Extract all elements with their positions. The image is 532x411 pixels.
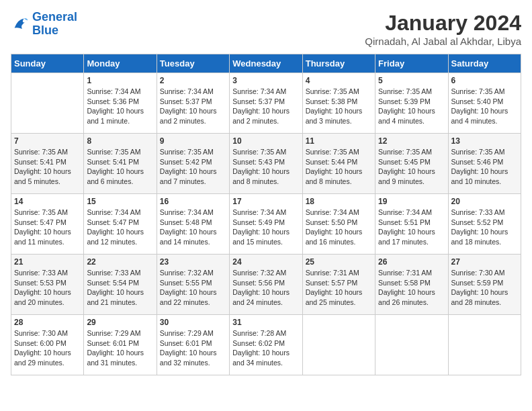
calendar-cell: 22Sunrise: 7:33 AMSunset: 5:54 PMDayligh… xyxy=(84,255,157,315)
day-number: 6 xyxy=(451,76,518,85)
day-number: 31 xyxy=(232,318,299,327)
day-info: Sunrise: 7:28 AMSunset: 6:02 PMDaylight:… xyxy=(232,328,299,368)
calendar-cell: 11Sunrise: 7:35 AMSunset: 5:44 PMDayligh… xyxy=(302,134,375,194)
day-info: Sunrise: 7:35 AMSunset: 5:46 PMDaylight:… xyxy=(451,147,518,187)
day-number: 22 xyxy=(87,257,153,267)
header-thursday: Thursday xyxy=(302,54,375,73)
day-info: Sunrise: 7:30 AMSunset: 5:59 PMDaylight:… xyxy=(451,268,518,308)
calendar-cell: 9Sunrise: 7:35 AMSunset: 5:42 PMDaylight… xyxy=(157,134,229,194)
day-number: 3 xyxy=(232,76,299,85)
month-year-title: January 2024 xyxy=(365,11,521,36)
calendar-week-row: 1Sunrise: 7:34 AMSunset: 5:36 PMDaylight… xyxy=(11,73,521,134)
day-info: Sunrise: 7:31 AMSunset: 5:57 PMDaylight:… xyxy=(306,268,372,308)
calendar-cell: 28Sunrise: 7:30 AMSunset: 6:00 PMDayligh… xyxy=(11,315,84,375)
calendar-table: SundayMondayTuesdayWednesdayThursdayFrid… xyxy=(11,54,521,375)
day-number: 24 xyxy=(232,257,299,267)
day-info: Sunrise: 7:33 AMSunset: 5:52 PMDaylight:… xyxy=(451,208,518,247)
day-info: Sunrise: 7:35 AMSunset: 5:39 PMDaylight:… xyxy=(378,87,445,126)
day-number: 12 xyxy=(378,136,445,146)
day-number: 29 xyxy=(87,318,153,327)
day-number: 23 xyxy=(160,257,226,267)
logo-text: General Blue xyxy=(32,11,77,38)
day-info: Sunrise: 7:35 AMSunset: 5:41 PMDaylight:… xyxy=(14,147,81,187)
calendar-cell: 29Sunrise: 7:29 AMSunset: 6:01 PMDayligh… xyxy=(84,315,157,375)
day-number: 28 xyxy=(14,318,81,327)
day-number: 20 xyxy=(451,197,518,206)
calendar-cell xyxy=(11,73,84,134)
calendar-header-row: SundayMondayTuesdayWednesdayThursdayFrid… xyxy=(11,54,521,73)
day-number: 8 xyxy=(87,136,153,146)
day-number: 17 xyxy=(232,197,299,206)
calendar-cell: 16Sunrise: 7:34 AMSunset: 5:48 PMDayligh… xyxy=(157,194,229,255)
day-info: Sunrise: 7:30 AMSunset: 6:00 PMDaylight:… xyxy=(14,328,81,368)
header-sunday: Sunday xyxy=(11,54,84,73)
header-monday: Monday xyxy=(84,54,157,73)
day-info: Sunrise: 7:35 AMSunset: 5:38 PMDaylight:… xyxy=(306,87,372,126)
calendar-week-row: 21Sunrise: 7:33 AMSunset: 5:53 PMDayligh… xyxy=(11,255,521,315)
day-number: 13 xyxy=(451,136,518,146)
location-subtitle: Qirnadah, Al Jabal al Akhdar, Libya xyxy=(365,36,521,47)
calendar-cell: 17Sunrise: 7:34 AMSunset: 5:49 PMDayligh… xyxy=(230,194,302,255)
header-tuesday: Tuesday xyxy=(157,54,229,73)
calendar-cell: 8Sunrise: 7:35 AMSunset: 5:41 PMDaylight… xyxy=(84,134,157,194)
day-number: 26 xyxy=(378,257,445,267)
calendar-cell: 21Sunrise: 7:33 AMSunset: 5:53 PMDayligh… xyxy=(11,255,84,315)
day-info: Sunrise: 7:34 AMSunset: 5:50 PMDaylight:… xyxy=(306,208,372,247)
calendar-cell: 31Sunrise: 7:28 AMSunset: 6:02 PMDayligh… xyxy=(230,315,302,375)
day-number: 30 xyxy=(160,318,226,327)
day-info: Sunrise: 7:34 AMSunset: 5:47 PMDaylight:… xyxy=(87,208,153,247)
calendar-cell: 13Sunrise: 7:35 AMSunset: 5:46 PMDayligh… xyxy=(448,134,521,194)
day-number: 11 xyxy=(306,136,372,146)
header-saturday: Saturday xyxy=(448,54,521,73)
calendar-cell: 26Sunrise: 7:31 AMSunset: 5:58 PMDayligh… xyxy=(375,255,448,315)
calendar-cell: 24Sunrise: 7:32 AMSunset: 5:56 PMDayligh… xyxy=(230,255,302,315)
day-info: Sunrise: 7:35 AMSunset: 5:45 PMDaylight:… xyxy=(378,147,445,187)
day-info: Sunrise: 7:33 AMSunset: 5:53 PMDaylight:… xyxy=(14,268,81,308)
day-info: Sunrise: 7:35 AMSunset: 5:40 PMDaylight:… xyxy=(451,87,518,126)
calendar-cell: 14Sunrise: 7:35 AMSunset: 5:47 PMDayligh… xyxy=(11,194,84,255)
calendar-cell: 1Sunrise: 7:34 AMSunset: 5:36 PMDaylight… xyxy=(84,73,157,134)
day-info: Sunrise: 7:35 AMSunset: 5:44 PMDaylight:… xyxy=(306,147,372,187)
header-wednesday: Wednesday xyxy=(230,54,302,73)
calendar-week-row: 14Sunrise: 7:35 AMSunset: 5:47 PMDayligh… xyxy=(11,194,521,255)
calendar-cell: 6Sunrise: 7:35 AMSunset: 5:40 PMDaylight… xyxy=(448,73,521,134)
day-number: 4 xyxy=(306,76,372,85)
day-number: 25 xyxy=(306,257,372,267)
calendar-cell xyxy=(302,315,375,375)
calendar-cell: 2Sunrise: 7:34 AMSunset: 5:37 PMDaylight… xyxy=(157,73,229,134)
day-number: 10 xyxy=(232,136,299,146)
calendar-cell: 30Sunrise: 7:29 AMSunset: 6:01 PMDayligh… xyxy=(157,315,229,375)
day-number: 21 xyxy=(14,257,81,267)
day-number: 1 xyxy=(87,76,153,85)
calendar-week-row: 7Sunrise: 7:35 AMSunset: 5:41 PMDaylight… xyxy=(11,134,521,194)
day-number: 14 xyxy=(14,197,81,206)
header-friday: Friday xyxy=(375,54,448,73)
day-number: 15 xyxy=(87,197,153,206)
day-number: 2 xyxy=(160,76,226,85)
calendar-cell: 4Sunrise: 7:35 AMSunset: 5:38 PMDaylight… xyxy=(302,73,375,134)
calendar-cell: 23Sunrise: 7:32 AMSunset: 5:55 PMDayligh… xyxy=(157,255,229,315)
calendar-cell: 12Sunrise: 7:35 AMSunset: 5:45 PMDayligh… xyxy=(375,134,448,194)
day-info: Sunrise: 7:34 AMSunset: 5:48 PMDaylight:… xyxy=(160,208,226,247)
calendar-cell: 18Sunrise: 7:34 AMSunset: 5:50 PMDayligh… xyxy=(302,194,375,255)
calendar-cell: 5Sunrise: 7:35 AMSunset: 5:39 PMDaylight… xyxy=(375,73,448,134)
day-info: Sunrise: 7:35 AMSunset: 5:43 PMDaylight:… xyxy=(232,147,299,187)
logo: General Blue xyxy=(11,11,77,38)
calendar-week-row: 28Sunrise: 7:30 AMSunset: 6:00 PMDayligh… xyxy=(11,315,521,375)
day-number: 27 xyxy=(451,257,518,267)
day-number: 9 xyxy=(160,136,226,146)
day-info: Sunrise: 7:32 AMSunset: 5:55 PMDaylight:… xyxy=(160,268,226,308)
day-info: Sunrise: 7:29 AMSunset: 6:01 PMDaylight:… xyxy=(160,328,226,368)
page-header: General Blue January 2024 Qirnadah, Al J… xyxy=(11,11,521,47)
title-block: January 2024 Qirnadah, Al Jabal al Akhda… xyxy=(365,11,521,47)
day-number: 5 xyxy=(378,76,445,85)
calendar-cell xyxy=(448,315,521,375)
calendar-cell: 10Sunrise: 7:35 AMSunset: 5:43 PMDayligh… xyxy=(230,134,302,194)
day-info: Sunrise: 7:34 AMSunset: 5:49 PMDaylight:… xyxy=(232,208,299,247)
day-info: Sunrise: 7:34 AMSunset: 5:36 PMDaylight:… xyxy=(87,87,153,126)
calendar-cell: 25Sunrise: 7:31 AMSunset: 5:57 PMDayligh… xyxy=(302,255,375,315)
calendar-cell: 3Sunrise: 7:34 AMSunset: 5:37 PMDaylight… xyxy=(230,73,302,134)
day-info: Sunrise: 7:33 AMSunset: 5:54 PMDaylight:… xyxy=(87,268,153,308)
day-info: Sunrise: 7:35 AMSunset: 5:41 PMDaylight:… xyxy=(87,147,153,187)
calendar-cell: 27Sunrise: 7:30 AMSunset: 5:59 PMDayligh… xyxy=(448,255,521,315)
